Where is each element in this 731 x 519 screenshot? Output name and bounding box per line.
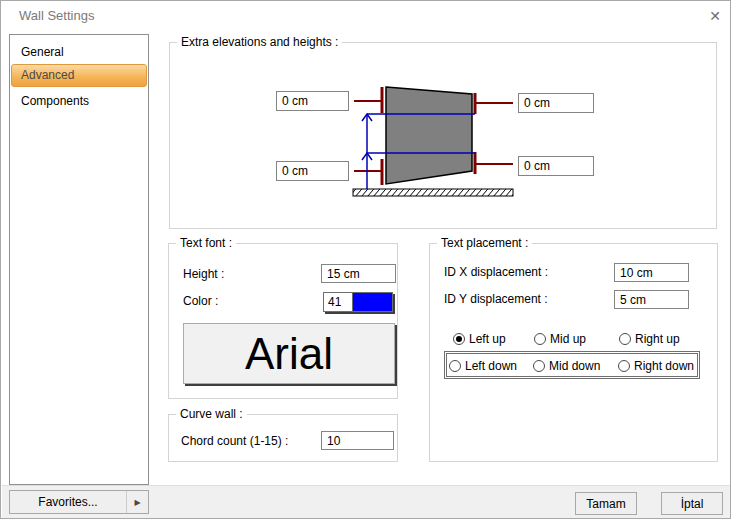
chevron-right-icon: ▶ [126, 491, 148, 513]
wall-settings-dialog: Wall Settings ✕ General Advanced Compone… [0, 0, 731, 519]
radio-left-up[interactable]: Left up [453, 332, 506, 345]
radio-mid-up[interactable]: Mid up [534, 332, 586, 345]
sidebar: General Advanced Components [9, 34, 149, 485]
radio-left-down[interactable]: Left down [449, 359, 517, 372]
radio-icon [449, 360, 461, 372]
elevation-bottom-left-input[interactable]: 0 cm [276, 161, 349, 181]
elevations-group-title: Extra elevations and heights : [177, 35, 342, 49]
radio-right-down[interactable]: Right down [618, 359, 694, 372]
color-picker-control[interactable]: 41 [323, 292, 393, 312]
text-font-group-title: Text font : [176, 236, 236, 250]
sidebar-item-general[interactable]: General [12, 41, 146, 63]
radio-left-down-label: Left down [465, 359, 517, 373]
close-icon[interactable]: ✕ [702, 4, 728, 28]
radio-left-up-label: Left up [469, 332, 506, 346]
height-input[interactable]: 15 cm [321, 264, 396, 283]
favorites-button[interactable]: Favorites... ▶ [9, 490, 149, 514]
wall-elevation-diagram [341, 81, 521, 201]
elevation-top-left-input[interactable]: 0 cm [276, 91, 349, 111]
radio-mid-up-label: Mid up [550, 332, 586, 346]
radio-icon [618, 360, 630, 372]
radio-mid-down[interactable]: Mid down [533, 359, 600, 372]
chord-count-label: Chord count (1-15) : [181, 434, 288, 448]
radio-icon [534, 333, 546, 345]
ground-hatch [353, 189, 513, 196]
radio-mid-down-label: Mid down [549, 359, 600, 373]
radio-right-down-label: Right down [634, 359, 694, 373]
window-title: Wall Settings [19, 8, 94, 23]
elevation-top-right-input[interactable]: 0 cm [518, 93, 594, 113]
sidebar-item-advanced[interactable]: Advanced [11, 64, 147, 87]
elevation-bottom-right-input[interactable]: 0 cm [518, 156, 594, 176]
radio-icon [453, 333, 465, 345]
radio-right-up[interactable]: Right up [619, 332, 680, 345]
radio-icon [619, 333, 631, 345]
height-label: Height : [183, 267, 224, 281]
id-y-displacement-label: ID Y displacement : [444, 292, 548, 306]
curve-wall-group-title: Curve wall : [176, 407, 247, 421]
sidebar-item-components[interactable]: Components [12, 90, 146, 112]
radio-icon [533, 360, 545, 372]
favorites-button-label: Favorites... [10, 495, 126, 509]
cancel-button[interactable]: İptal [661, 492, 723, 515]
id-y-displacement-input[interactable]: 5 cm [614, 290, 689, 309]
color-label: Color : [183, 294, 218, 308]
color-index-value: 41 [324, 293, 353, 311]
radio-right-up-label: Right up [635, 332, 680, 346]
chord-count-input[interactable]: 10 [321, 431, 394, 450]
id-x-displacement-label: ID X displacement : [444, 265, 548, 279]
ok-button[interactable]: Tamam [575, 492, 637, 515]
id-x-displacement-input[interactable]: 10 cm [614, 263, 689, 282]
wall-shape [386, 87, 472, 184]
font-preview-button[interactable]: Arial [183, 323, 395, 384]
color-swatch [353, 293, 392, 311]
text-placement-group-title: Text placement : [437, 236, 532, 250]
